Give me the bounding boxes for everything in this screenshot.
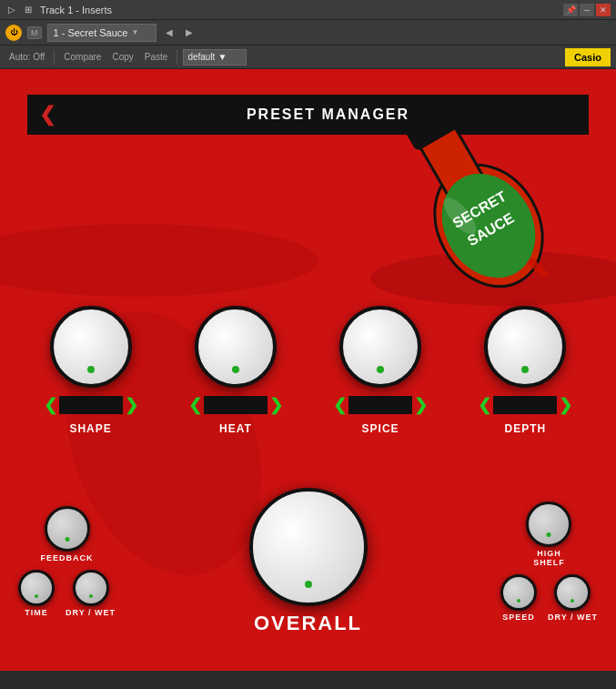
pin-button[interactable]: 📌 xyxy=(563,4,578,16)
dry-wet-right-knob-pair: DRY / WET xyxy=(548,574,598,622)
track-icon: ▷ xyxy=(5,4,18,16)
bg-wave1 xyxy=(0,224,318,297)
auto-off-button[interactable]: Auto: Off xyxy=(5,49,48,66)
toolbar-row2: Auto: Off Compare Copy Paste default ▼ C… xyxy=(0,46,616,69)
high-shelf-knob[interactable] xyxy=(526,502,571,547)
paste-button[interactable]: Paste xyxy=(141,49,172,66)
title-bar-controls: 📌 ─ ✕ xyxy=(563,4,611,16)
depth-knob[interactable] xyxy=(484,306,566,388)
close-button[interactable]: ✕ xyxy=(596,4,611,16)
left-controls: FEEDBACK TIME DRY / WET xyxy=(18,506,116,617)
time-knob-pair: TIME xyxy=(18,570,55,617)
compare-button[interactable]: Compare xyxy=(60,49,105,66)
right-controls: HIGHSHELF SPEED DRY / WET xyxy=(500,502,598,622)
prev-preset-button[interactable]: ◀ xyxy=(162,25,177,41)
casio-badge: Casio xyxy=(565,48,611,66)
spice-left-arrow[interactable]: ❮ xyxy=(333,395,347,415)
high-shelf-label: HIGHSHELF xyxy=(533,549,565,567)
heat-right-arrow[interactable]: ❯ xyxy=(269,395,283,415)
dry-wet-left-label: DRY / WET xyxy=(66,608,116,617)
dry-wet-right-label: DRY / WET xyxy=(548,613,598,622)
heat-arrows: ❮ ❯ xyxy=(188,395,283,415)
time-knob[interactable] xyxy=(18,570,55,606)
shape-arrows: ❮ ❯ xyxy=(44,395,138,415)
toolbar-row1: ⏻ M 1 - Secret Sauce ▼ ◀ ▶ xyxy=(0,20,616,46)
heat-knob-container: ❮ ❯ HEAT xyxy=(188,306,283,435)
time-label: TIME xyxy=(25,608,48,617)
feedback-knob[interactable] xyxy=(45,506,90,552)
speed-drywet-row: SPEED DRY / WET xyxy=(500,574,598,622)
depth-label: DEPTH xyxy=(505,422,547,435)
dry-wet-right-knob[interactable] xyxy=(554,574,591,611)
feedback-label: FEEDBACK xyxy=(41,553,94,562)
default-dropdown[interactable]: default ▼ xyxy=(183,49,247,66)
spice-label: SPICE xyxy=(362,422,399,435)
separator1 xyxy=(54,50,55,65)
depth-knob-container: ❮ ❯ DEPTH xyxy=(478,306,572,435)
title-bar: ▷ ⊞ Track 1 - Inserts 📌 ─ ✕ xyxy=(0,0,616,20)
plugin-area: ❮ PRESET MANAGER SECRET SAUCE ❮ xyxy=(0,69,616,671)
heat-label: HEAT xyxy=(219,422,252,435)
inserts-icon: ⊞ xyxy=(22,4,35,16)
dropdown-chevron: ▼ xyxy=(217,52,227,62)
depth-label-bar xyxy=(493,396,557,414)
preset-dropdown[interactable]: 1 - Secret Sauce ▼ xyxy=(47,24,157,42)
dry-wet-left-knob-pair: DRY / WET xyxy=(66,570,116,617)
depth-left-arrow[interactable]: ❮ xyxy=(478,395,491,415)
back-button[interactable]: ❮ xyxy=(27,95,67,135)
copy-button[interactable]: Copy xyxy=(108,49,136,66)
default-label: default xyxy=(187,52,215,62)
casio-label: Casio xyxy=(574,52,601,63)
preset-name: 1 - Secret Sauce xyxy=(54,27,128,38)
separator2 xyxy=(177,50,177,65)
heat-label-bar xyxy=(204,396,268,414)
spice-label-bar xyxy=(348,396,412,414)
shape-label-bar xyxy=(59,396,123,414)
spice-knob[interactable] xyxy=(339,306,421,388)
dropdown-arrow: ▼ xyxy=(131,28,138,36)
title-bar-icons: ▷ ⊞ xyxy=(5,4,35,16)
high-shelf-knob-pair: HIGHSHELF xyxy=(500,502,598,567)
speed-label: SPEED xyxy=(502,613,535,622)
overall-control: OVERALL xyxy=(249,488,368,635)
shape-label: SHAPE xyxy=(69,422,111,435)
feedback-knob-pair: FEEDBACK xyxy=(18,506,116,562)
time-drywet-row: TIME DRY / WET xyxy=(18,570,116,617)
heat-knob[interactable] xyxy=(195,306,277,388)
power-button[interactable]: ⏻ xyxy=(5,25,22,41)
shape-knob[interactable] xyxy=(50,306,132,388)
spice-arrows: ❮ ❯ xyxy=(333,395,428,415)
shape-knob-container: ❮ ❯ SHAPE xyxy=(44,306,138,435)
speed-knob-pair: SPEED xyxy=(500,574,537,622)
shape-left-arrow[interactable]: ❮ xyxy=(44,395,57,415)
depth-arrows: ❮ ❯ xyxy=(478,395,572,415)
bottom-section: FEEDBACK TIME DRY / WET OVERALL xyxy=(0,471,616,671)
spice-knob-container: ❮ ❯ SPICE xyxy=(333,306,428,435)
overall-label: OVERALL xyxy=(254,612,362,635)
overall-knob[interactable] xyxy=(249,488,368,606)
depth-right-arrow[interactable]: ❯ xyxy=(559,395,572,415)
speed-knob[interactable] xyxy=(500,574,537,611)
title-bar-title: Track 1 - Inserts xyxy=(40,5,558,15)
shape-right-arrow[interactable]: ❯ xyxy=(125,395,138,415)
dry-wet-left-knob[interactable] xyxy=(73,570,109,606)
spice-right-arrow[interactable]: ❯ xyxy=(414,395,428,415)
midi-button[interactable]: M xyxy=(27,26,42,39)
minimize-button[interactable]: ─ xyxy=(580,4,594,16)
next-preset-button[interactable]: ▶ xyxy=(182,25,197,41)
heat-left-arrow[interactable]: ❮ xyxy=(188,395,202,415)
knobs-row: ❮ ❯ SHAPE ❮ ❯ HEAT ❮ ❯ SPICE xyxy=(0,306,616,435)
